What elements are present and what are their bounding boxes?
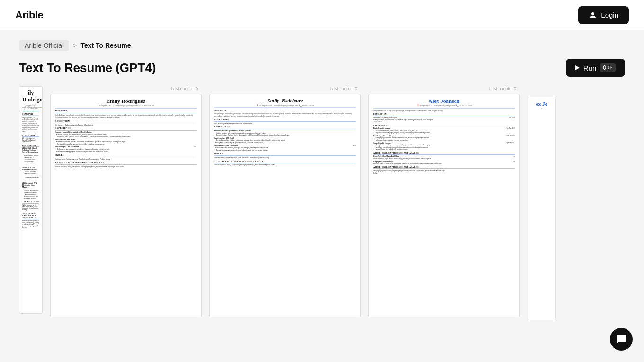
resume-card-2-wrap: Last update: 0 Emily Rodriguez 📍 Los Ang… [209, 86, 361, 317]
breadcrumb-current: Text To Resume [80, 42, 131, 49]
resume-card-2: Emily Rodriguez 📍 Los Angeles, USA✉ emil… [209, 94, 361, 317]
resumes-area: ily Rodriguez Los Angeles | emilyrodrigu… [0, 86, 644, 320]
run-button[interactable]: Run 0 ⟳ [566, 59, 625, 77]
breadcrumb: Arible Official > Text To Resume [0, 30, 644, 57]
logo: Arible [15, 9, 43, 21]
resume-card-3-wrap: Last update: 0 Alex Johnson 📍 Springfiel… [368, 86, 520, 317]
chat-button[interactable] [610, 328, 633, 351]
page-title: Text To Resume (GPT4) [19, 61, 156, 75]
play-icon [575, 65, 580, 70]
run-count: 0 ⟳ [600, 63, 616, 72]
resume-card-1: Emily Rodriguez Los Angeles, USA|emilyro… [50, 94, 202, 317]
partial-resume-left: ily Rodriguez Los Angeles | emilyrodrigu… [19, 86, 43, 314]
partial-resume-right: ex Jo y [528, 97, 556, 320]
last-update-1: Last update: 0 [50, 86, 202, 91]
svg-point-0 [591, 12, 594, 15]
last-update-2: Last update: 0 [209, 86, 361, 91]
breadcrumb-separator: > [73, 42, 77, 49]
last-update-3: Last update: 0 [368, 86, 520, 91]
header: Arible Login [0, 0, 644, 30]
page-title-row: Text To Resume (GPT4) Run 0 ⟳ [0, 57, 644, 86]
login-button[interactable]: Login [578, 6, 629, 24]
resume-card-3: Alex Johnson 📍 Springfield, USA✉ alexjoh… [368, 94, 520, 317]
user-icon [589, 11, 597, 19]
resume-card-1-wrap: Last update: 0 Emily Rodriguez Los Angel… [50, 86, 202, 317]
chat-icon [616, 334, 626, 344]
breadcrumb-home[interactable]: Arible Official [19, 40, 69, 51]
